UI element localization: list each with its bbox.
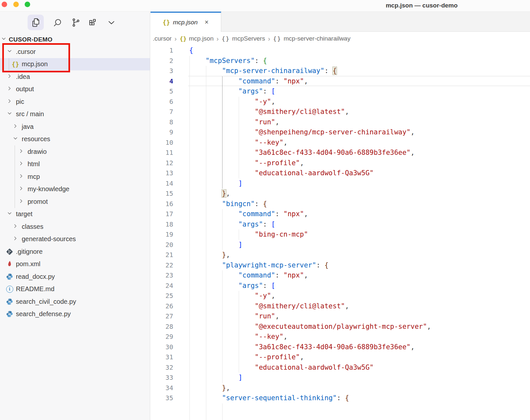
tree-item-classes[interactable]: classes [0,220,150,233]
line-number[interactable]: 4 [151,76,173,87]
code-line[interactable]: 35 "server-sequential-thinking": { [151,393,530,403]
code-line[interactable]: 8 "run", [151,117,530,128]
breadcrumb-item-mcp-json[interactable]: mcp.json [189,35,213,42]
line-number[interactable]: 32 [151,363,173,373]
line-number[interactable]: 13 [151,168,173,179]
line-number[interactable]: 19 [151,229,173,240]
line-number[interactable]: 31 [151,352,173,363]
line-number[interactable]: 23 [151,270,173,281]
tree-item-readme-md[interactable]: iREADME.md [0,283,150,296]
code-line[interactable]: 24 "args": [ [151,281,530,291]
tree-item-generated-sources[interactable]: generated-sources [0,233,150,246]
tree-item-idea[interactable]: .idea [0,70,150,83]
code-line[interactable]: 2 "mcpServers": { [151,56,530,66]
line-number[interactable]: 2 [151,56,173,66]
code-line[interactable]: 7 "@smithery/cli@latest", [151,107,530,117]
tree-item-gitignore[interactable]: .gitignore [0,245,150,258]
line-number[interactable]: 26 [151,301,173,312]
line-number[interactable]: 6 [151,97,173,107]
code-line[interactable]: 23 "command": "npx", [151,270,530,281]
line-number[interactable]: 10 [151,138,173,148]
line-number[interactable]: 33 [151,373,173,383]
tree-root-cusor-demo[interactable]: CUSOR-DEMO [0,33,150,45]
code-line[interactable]: 29 "--key", [151,332,530,342]
code-line[interactable]: 16 "bingcn": { [151,199,530,209]
line-number[interactable]: 1 [151,45,173,56]
code-line[interactable]: 21 }, [151,250,530,260]
tree-item-search-defense-py[interactable]: search_defense.py [0,308,150,321]
tree-item-mcp-json[interactable]: {}mcp.json [0,58,150,71]
line-number[interactable]: 30 [151,342,173,352]
code-line[interactable]: 11 "3a61c8ec-f433-4d04-90a6-6889b3fe36ee… [151,148,530,158]
code-line[interactable]: 17 "command": "npx", [151,209,530,219]
code-line[interactable]: 26 "@smithery/cli@latest", [151,301,530,312]
code-line[interactable]: 5 "args": [ [151,86,530,97]
code-line[interactable]: 32 "educational-aardwolf-Qa3w5G" [151,363,530,373]
tree-item-search-civil-code-py[interactable]: search_civil_code.py [0,295,150,308]
line-number[interactable]: 16 [151,199,173,209]
chevron-down-icon[interactable] [103,15,119,30]
tree-item-resources[interactable]: resources [0,133,150,146]
line-number[interactable]: 3 [151,66,173,76]
code-line[interactable]: 9 "@shenpeiheng/mcp-server-chinarailway"… [151,127,530,138]
tree-item-my-knowledge[interactable]: my-knowledge [0,183,150,196]
line-number[interactable]: 14 [151,179,173,189]
line-number[interactable]: 20 [151,240,173,250]
tree-item-pic[interactable]: pic [0,95,150,108]
tree-item-java[interactable]: java [0,120,150,133]
code-line[interactable]: 28 "@executeautomation/playwright-mcp-se… [151,322,530,332]
line-number[interactable]: 34 [151,383,173,393]
breadcrumb-item-cursor[interactable]: .cursor [153,35,172,42]
code-line[interactable]: 12 "--profile", [151,158,530,168]
close-tab-icon[interactable]: ✕ [204,19,209,25]
breadcrumb-item-mcpservers[interactable]: mcpServers [232,35,265,42]
line-number[interactable]: 25 [151,291,173,301]
line-number[interactable]: 28 [151,322,173,332]
line-number[interactable]: 21 [151,250,173,260]
code-line[interactable]: 6 "-y", [151,97,530,107]
code-line[interactable]: 22 "playwright-mcp-server": { [151,260,530,271]
tree-item-target[interactable]: target [0,208,150,221]
code-line[interactable]: 20 ] [151,240,530,250]
line-number[interactable]: 17 [151,209,173,219]
code-line[interactable]: 15 }, [151,189,530,199]
code-line[interactable]: 31 "--profile", [151,352,530,363]
line-number[interactable]: 22 [151,260,173,271]
code-line[interactable]: 1{ [151,45,530,56]
code-line[interactable]: 30 "3a61c8ec-f433-4d04-90a6-6889b3fe36ee… [151,342,530,352]
tree-item-output[interactable]: output [0,83,150,96]
line-number[interactable]: 12 [151,158,173,168]
line-number[interactable]: 29 [151,332,173,342]
tree-item-pom-xml[interactable]: pom.xml [0,258,150,271]
tree-item-promot[interactable]: promot [0,195,150,208]
code-line[interactable]: 19 "bing-cn-mcp" [151,229,530,240]
code-line[interactable]: 10 "--key", [151,138,530,148]
search-icon[interactable] [49,15,66,30]
line-number[interactable]: 9 [151,127,173,138]
explorer-icon[interactable] [28,15,44,30]
code-line[interactable]: 3 "mcp-server-chinarailway": { [151,66,530,76]
tab-mcp-json[interactable]: {} mcp.json ✕ [151,12,221,32]
source-control-icon[interactable] [67,15,84,30]
tree-item-mcp[interactable]: mcp [0,170,150,183]
maximize-window-button[interactable] [25,2,30,7]
line-number[interactable]: 15 [151,189,173,199]
minimize-window-button[interactable] [13,2,19,7]
tree-item-read-docx-py[interactable]: read_docx.py [0,270,150,283]
code-line[interactable]: 4 "command": "npx", [151,76,530,87]
line-number[interactable]: 11 [151,148,173,158]
tree-item-html[interactable]: html [0,158,150,171]
tree-item-cursor[interactable]: .cursor [0,45,150,58]
line-number[interactable]: 5 [151,86,173,97]
close-window-button[interactable] [2,2,7,7]
line-number[interactable]: 18 [151,219,173,230]
code-line[interactable]: 27 "run", [151,311,530,322]
code-line[interactable]: 14 ] [151,179,530,189]
line-number[interactable]: 7 [151,107,173,117]
breadcrumb-item-mcp-server-chinarailway[interactable]: mcp-server-chinarailway [284,35,351,42]
code-line[interactable]: 13 "educational-aardwolf-Qa3w5G" [151,168,530,179]
line-number[interactable]: 8 [151,117,173,128]
line-number[interactable]: 27 [151,311,173,322]
code-line[interactable]: 25 "-y", [151,291,530,301]
line-number[interactable]: 35 [151,393,173,403]
